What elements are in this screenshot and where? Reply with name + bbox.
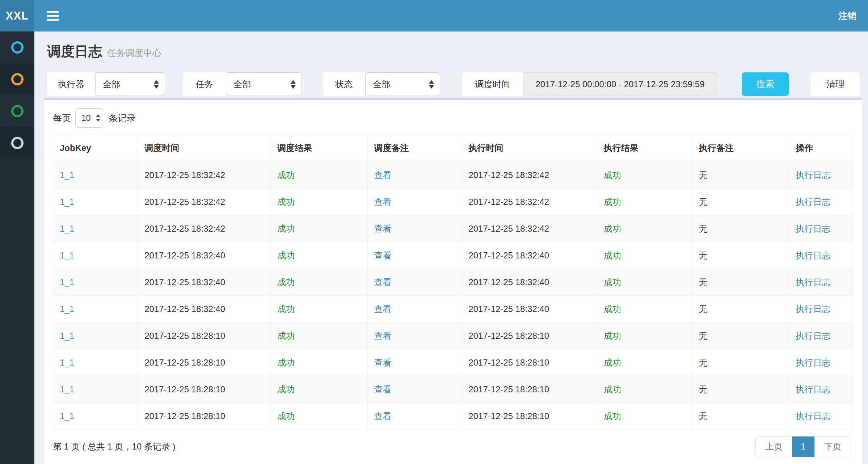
page-title: 调度日志 bbox=[47, 42, 102, 61]
column-header: 执行结果 bbox=[597, 134, 692, 162]
help-ring-icon bbox=[11, 137, 24, 149]
exec-log-link[interactable]: 执行日志 bbox=[789, 162, 853, 189]
jobkey-link[interactable]: 1_1 bbox=[53, 162, 138, 189]
sidebar-toggle-button[interactable] bbox=[40, 0, 66, 31]
trigger-result-cell: 成功 bbox=[271, 296, 367, 322]
page-size-row: 每页 10 条记录 bbox=[53, 108, 853, 128]
sidebar-item-help[interactable] bbox=[0, 127, 34, 159]
trigger-msg-link[interactable]: 查看 bbox=[367, 322, 462, 349]
exec-log-link[interactable]: 执行日志 bbox=[789, 349, 853, 376]
logout-link[interactable]: 注销 bbox=[838, 10, 856, 22]
pager: 上页 1 下页 bbox=[755, 436, 851, 457]
handle-result-cell: 成功 bbox=[597, 296, 692, 322]
handle-msg-cell: 无 bbox=[692, 242, 789, 269]
select-arrows-icon bbox=[429, 80, 434, 89]
handle-msg-cell: 无 bbox=[692, 215, 789, 242]
table-row: 1_12017-12-25 18:28:10成功查看2017-12-25 18:… bbox=[53, 376, 853, 403]
trigger-result-cell: 成功 bbox=[271, 162, 367, 189]
handle-time-cell: 2017-12-25 18:28:10 bbox=[462, 322, 597, 349]
clean-button[interactable]: 清理 bbox=[811, 72, 860, 96]
jobkey-link[interactable]: 1_1 bbox=[53, 349, 138, 376]
trigger-msg-link[interactable]: 查看 bbox=[367, 269, 462, 296]
exec-log-link[interactable]: 执行日志 bbox=[789, 215, 853, 242]
trigger-msg-link[interactable]: 查看 bbox=[367, 189, 462, 215]
next-page-button[interactable]: 下页 bbox=[814, 436, 851, 457]
select-arrows-icon bbox=[96, 114, 100, 122]
dashboard-ring-icon bbox=[11, 41, 24, 54]
jobkey-link[interactable]: 1_1 bbox=[53, 189, 138, 215]
jobkey-link[interactable]: 1_1 bbox=[53, 296, 138, 322]
jobkey-link[interactable]: 1_1 bbox=[53, 242, 138, 269]
page-size-suffix: 条记录 bbox=[109, 112, 136, 124]
trigger-msg-link[interactable]: 查看 bbox=[367, 296, 462, 322]
handle-msg-cell: 无 bbox=[692, 189, 789, 215]
table-row: 1_12017-12-25 18:32:42成功查看2017-12-25 18:… bbox=[53, 189, 853, 215]
trigger-result-cell: 成功 bbox=[271, 189, 367, 215]
jobkey-link[interactable]: 1_1 bbox=[53, 403, 138, 430]
column-header: 执行备注 bbox=[692, 134, 789, 162]
sidebar-nav bbox=[0, 31, 34, 464]
handle-result-cell: 成功 bbox=[597, 376, 692, 403]
trigger-msg-link[interactable]: 查看 bbox=[367, 215, 462, 242]
exec-log-link[interactable]: 执行日志 bbox=[789, 242, 853, 269]
prev-page-button[interactable]: 上页 bbox=[756, 436, 792, 457]
status-filter-select[interactable]: 全部 bbox=[365, 72, 440, 96]
exec-log-link[interactable]: 执行日志 bbox=[789, 376, 853, 403]
exec-log-link[interactable]: 执行日志 bbox=[789, 403, 853, 430]
handle-result-cell: 成功 bbox=[597, 349, 692, 376]
table-row: 1_12017-12-25 18:28:10成功查看2017-12-25 18:… bbox=[53, 322, 853, 349]
trigger-result-cell: 成功 bbox=[271, 215, 367, 242]
search-button[interactable]: 搜索 bbox=[742, 72, 789, 96]
exec-log-link[interactable]: 执行日志 bbox=[789, 322, 853, 349]
trigger-time-range-input[interactable]: 2017-12-25 00:00:00 - 2017-12-25 23:59:5… bbox=[523, 72, 717, 96]
app-logo[interactable]: XXL bbox=[0, 0, 34, 31]
sidebar-item-job-manage[interactable] bbox=[0, 63, 34, 95]
handle-time-cell: 2017-12-25 18:28:10 bbox=[462, 349, 597, 376]
trigger-time-cell: 2017-12-25 18:32:40 bbox=[138, 269, 271, 296]
current-page-button[interactable]: 1 bbox=[792, 436, 814, 457]
page-size-select[interactable]: 10 bbox=[75, 108, 104, 128]
trigger-result-cell: 成功 bbox=[271, 403, 367, 430]
exec-log-link[interactable]: 执行日志 bbox=[789, 189, 853, 215]
jobkey-link[interactable]: 1_1 bbox=[53, 376, 138, 403]
sidebar-item-dashboard[interactable] bbox=[0, 31, 34, 63]
page-subtitle: 任务调度中心 bbox=[107, 47, 161, 59]
trigger-time-filter-label: 调度时间 bbox=[462, 72, 523, 96]
log-box: 每页 10 条记录 JobKey调度时间调度结果调度备注执行时间执行结果执行备注… bbox=[44, 98, 862, 464]
trigger-msg-link[interactable]: 查看 bbox=[367, 376, 462, 403]
trigger-msg-link[interactable]: 查看 bbox=[367, 162, 462, 189]
handle-msg-cell: 无 bbox=[692, 296, 789, 322]
trigger-result-cell: 成功 bbox=[271, 376, 367, 403]
filter-bar: 执行器 全部 任务 全部 状态 全部 调度时间 2017-12-25 00:00… bbox=[47, 72, 860, 96]
jobkey-link[interactable]: 1_1 bbox=[53, 269, 138, 296]
trigger-time-cell: 2017-12-25 18:32:40 bbox=[138, 296, 271, 322]
job-manage-ring-icon bbox=[11, 73, 24, 85]
handle-msg-cell: 无 bbox=[692, 403, 789, 430]
handle-time-cell: 2017-12-25 18:32:40 bbox=[462, 242, 597, 269]
table-row: 1_12017-12-25 18:32:42成功查看2017-12-25 18:… bbox=[53, 215, 853, 242]
trigger-msg-link[interactable]: 查看 bbox=[367, 242, 462, 269]
column-header: 操作 bbox=[789, 134, 853, 162]
job-filter-group: 任务 全部 bbox=[183, 72, 302, 96]
trigger-result-cell: 成功 bbox=[271, 349, 367, 376]
trigger-msg-link[interactable]: 查看 bbox=[367, 403, 462, 430]
trigger-time-cell: 2017-12-25 18:32:40 bbox=[138, 242, 271, 269]
exec-log-link[interactable]: 执行日志 bbox=[789, 269, 853, 296]
sidebar-item-job-log[interactable] bbox=[0, 95, 34, 127]
trigger-result-cell: 成功 bbox=[271, 242, 367, 269]
handle-time-cell: 2017-12-25 18:32:42 bbox=[462, 162, 597, 189]
column-header: 执行时间 bbox=[462, 134, 597, 162]
handle-result-cell: 成功 bbox=[597, 403, 692, 430]
jobkey-link[interactable]: 1_1 bbox=[53, 322, 138, 349]
job-log-table: JobKey调度时间调度结果调度备注执行时间执行结果执行备注操作 1_12017… bbox=[53, 134, 853, 430]
exec-log-link[interactable]: 执行日志 bbox=[789, 296, 853, 322]
job-filter-select[interactable]: 全部 bbox=[226, 72, 302, 96]
jobkey-link[interactable]: 1_1 bbox=[53, 215, 138, 242]
executor-filter-select[interactable]: 全部 bbox=[95, 72, 165, 96]
trigger-time-cell: 2017-12-25 18:28:10 bbox=[138, 349, 271, 376]
trigger-time-cell: 2017-12-25 18:28:10 bbox=[138, 376, 271, 403]
handle-msg-cell: 无 bbox=[692, 376, 789, 403]
page-size-prefix: 每页 bbox=[53, 112, 71, 124]
handle-result-cell: 成功 bbox=[597, 189, 692, 215]
trigger-msg-link[interactable]: 查看 bbox=[367, 349, 462, 376]
